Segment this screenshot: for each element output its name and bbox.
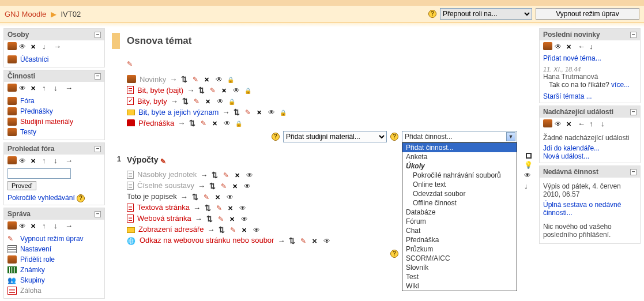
- eye-icon[interactable]: [239, 204, 248, 212]
- activity-link[interactable]: Číselné soustavy: [137, 181, 194, 190]
- help-icon[interactable]: ?: [390, 250, 398, 258]
- move-icon[interactable]: [192, 193, 201, 201]
- sidebar-item[interactable]: Známky: [7, 265, 101, 275]
- move-icon[interactable]: [206, 215, 216, 223]
- highlight-icon[interactable]: [526, 153, 532, 159]
- right-icon[interactable]: [65, 221, 74, 229]
- activity-link[interactable]: Zobrazení adresáře: [138, 225, 204, 234]
- eye-icon[interactable]: [555, 42, 564, 50]
- delete-icon[interactable]: [235, 171, 244, 179]
- collapse-icon[interactable]: –: [95, 32, 101, 38]
- lock-icon[interactable]: [228, 97, 238, 105]
- full-report-link[interactable]: Úplná sestava o nedávné činnosti...: [543, 201, 621, 217]
- delete-icon[interactable]: [205, 97, 214, 105]
- left-icon[interactable]: [578, 119, 587, 127]
- edit-icon[interactable]: [210, 86, 219, 94]
- eye-icon[interactable]: [241, 215, 250, 223]
- eye-icon[interactable]: [19, 221, 28, 229]
- up-icon[interactable]: [589, 119, 598, 127]
- right-icon[interactable]: [187, 86, 196, 94]
- add-material-select[interactable]: Přidat studijní materiál...: [283, 131, 387, 142]
- delete-icon[interactable]: [204, 75, 213, 83]
- eye-icon[interactable]: [268, 108, 277, 116]
- activity-link[interactable]: Textová stránka: [137, 203, 190, 212]
- delete-icon[interactable]: [31, 221, 40, 229]
- sidebar-item[interactable]: Přidělit role: [7, 254, 101, 265]
- sidebar-item[interactable]: Fóra: [7, 96, 101, 106]
- dropdown-option[interactable]: Databáze: [402, 208, 517, 217]
- move-icon[interactable]: [181, 75, 190, 83]
- move-icon[interactable]: [219, 225, 228, 234]
- delete-icon[interactable]: [221, 86, 231, 94]
- right-icon[interactable]: [171, 97, 180, 105]
- sidebar-item[interactable]: Nastavení: [7, 244, 101, 254]
- collapse-icon[interactable]: –: [630, 169, 637, 175]
- sidebar-item[interactable]: Studijní materiály: [7, 116, 101, 127]
- bulb-icon[interactable]: [524, 161, 533, 169]
- lock-icon[interactable]: [280, 108, 289, 116]
- left-icon[interactable]: [578, 42, 587, 50]
- dropdown-option[interactable]: Test: [402, 272, 517, 281]
- right-icon[interactable]: [54, 42, 63, 50]
- down-icon[interactable]: [54, 84, 63, 92]
- dropdown-option[interactable]: Průzkum: [402, 244, 517, 254]
- lock-icon[interactable]: [235, 119, 244, 127]
- down-icon[interactable]: [601, 119, 610, 127]
- activity-link[interactable]: Bit, byte a jejich význam: [138, 108, 219, 116]
- move-icon[interactable]: [182, 97, 191, 105]
- dropdown-option[interactable]: Přednáška: [402, 235, 517, 244]
- eye-icon[interactable]: [246, 171, 255, 179]
- dropdown-option[interactable]: Úkoly: [402, 161, 517, 171]
- right-icon[interactable]: [277, 236, 287, 244]
- help-icon[interactable]: ?: [77, 194, 85, 202]
- activity-link[interactable]: Přednáška: [138, 119, 174, 127]
- eye-icon[interactable]: [19, 84, 28, 92]
- right-icon[interactable]: [207, 225, 216, 234]
- dropdown-option[interactable]: Offline činnost: [402, 198, 517, 208]
- eye-icon[interactable]: [524, 171, 533, 179]
- edit-icon[interactable]: [223, 171, 232, 179]
- edit-icon[interactable]: [221, 182, 230, 190]
- help-icon[interactable]: ?: [428, 10, 436, 18]
- delete-icon[interactable]: [566, 42, 575, 50]
- delete-icon[interactable]: [228, 204, 237, 212]
- eye-icon[interactable]: [224, 119, 233, 127]
- delete-icon[interactable]: [242, 225, 251, 234]
- activity-link[interactable]: Bity, byty: [137, 97, 167, 106]
- delete-icon[interactable]: [566, 119, 575, 127]
- delete-icon[interactable]: [215, 193, 224, 201]
- older-topics-link[interactable]: Starší témata ...: [543, 92, 592, 100]
- dropdown-option[interactable]: Anketa: [402, 152, 517, 161]
- eye-icon[interactable]: [19, 42, 28, 50]
- move-icon[interactable]: [198, 86, 208, 94]
- delete-icon[interactable]: [31, 42, 40, 50]
- eye-icon[interactable]: [217, 97, 226, 105]
- edit-off-button[interactable]: Vypnout režim úprav: [536, 8, 639, 20]
- dropdown-option[interactable]: Wiki: [402, 281, 517, 291]
- edit-icon[interactable]: [160, 156, 170, 164]
- right-icon[interactable]: [178, 119, 187, 127]
- dropdown-option[interactable]: Online text: [402, 180, 517, 189]
- eye-icon[interactable]: [253, 225, 262, 234]
- sidebar-item-participants[interactable]: Účastníci: [7, 54, 101, 65]
- eye-icon[interactable]: [244, 182, 253, 190]
- edit-icon[interactable]: [127, 60, 136, 68]
- roles-icon[interactable]: [7, 156, 17, 164]
- down-icon[interactable]: [42, 42, 51, 50]
- right-icon[interactable]: [200, 171, 209, 179]
- advanced-search-link[interactable]: Pokročilé vyhledávání: [7, 194, 75, 202]
- breadcrumb-site[interactable]: GNJ Moodle: [5, 10, 46, 18]
- help-icon[interactable]: ?: [390, 133, 398, 141]
- dropdown-option[interactable]: Přidat činnost...: [402, 143, 517, 152]
- up-icon[interactable]: [42, 84, 51, 92]
- collapse-icon[interactable]: –: [630, 32, 637, 38]
- right-icon[interactable]: [65, 84, 74, 92]
- add-topic-link[interactable]: Přidat nové téma...: [543, 54, 601, 62]
- right-icon[interactable]: [195, 215, 204, 223]
- activity-link[interactable]: Odkaz na webovou stránku nebo soubor: [140, 236, 274, 244]
- add-activity-select-open[interactable]: Přidat činnost... ▼ Přidat činnost...Ank…: [402, 131, 517, 142]
- roles-icon[interactable]: [543, 42, 552, 50]
- dropdown-option[interactable]: Odevzdat soubor: [402, 189, 517, 198]
- edit-icon[interactable]: [245, 108, 254, 116]
- move-icon[interactable]: [212, 171, 221, 179]
